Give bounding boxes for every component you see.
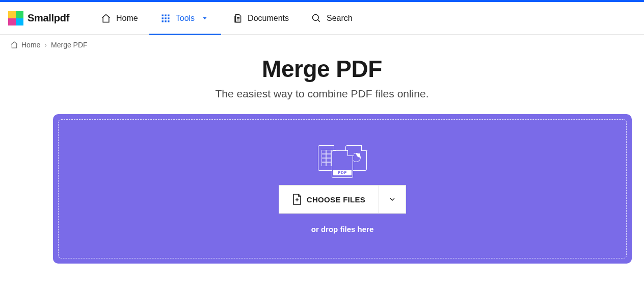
home-icon bbox=[101, 13, 111, 23]
nav-documents[interactable]: Documents bbox=[221, 2, 300, 35]
svg-rect-8 bbox=[168, 20, 169, 22]
chevron-down-icon bbox=[200, 13, 210, 23]
primary-nav: Home Tools Documents Search bbox=[90, 2, 364, 35]
breadcrumb-current: Merge PDF bbox=[51, 41, 88, 49]
svg-rect-2 bbox=[168, 14, 169, 16]
files-illustration-icon: PDF bbox=[318, 145, 367, 176]
svg-rect-5 bbox=[168, 17, 169, 19]
choose-files-label: CHOOSE FILES bbox=[307, 195, 365, 204]
nav-documents-label: Documents bbox=[248, 14, 289, 23]
drop-hint: or drop files here bbox=[311, 225, 374, 233]
logo-mark-icon bbox=[8, 11, 23, 25]
svg-rect-7 bbox=[165, 20, 166, 22]
file-add-icon bbox=[292, 194, 302, 205]
pdf-badge: PDF bbox=[333, 170, 352, 175]
svg-rect-4 bbox=[165, 17, 166, 19]
choose-files-button[interactable]: CHOOSE FILES bbox=[279, 185, 379, 214]
grid-icon bbox=[160, 13, 171, 23]
home-icon bbox=[10, 41, 18, 49]
nav-home-label: Home bbox=[116, 14, 138, 23]
breadcrumb-separator: › bbox=[44, 41, 47, 49]
breadcrumb-home[interactable]: Home bbox=[10, 41, 40, 49]
nav-tools[interactable]: Tools bbox=[149, 2, 221, 35]
nav-search[interactable]: Search bbox=[300, 2, 364, 35]
svg-point-9 bbox=[313, 14, 319, 20]
brand-name: Smallpdf bbox=[28, 12, 69, 24]
svg-rect-6 bbox=[162, 20, 163, 22]
dropzone-inner: PDF CHOOSE FILES or drop files here bbox=[58, 119, 627, 258]
chevron-down-icon bbox=[388, 195, 396, 203]
svg-rect-1 bbox=[165, 14, 166, 16]
page-subtitle: The easiest way to combine PDF files onl… bbox=[0, 88, 644, 100]
main-header: Smallpdf Home Tools Documents bbox=[0, 2, 644, 35]
nav-search-label: Search bbox=[327, 14, 353, 23]
choose-files-group: CHOOSE FILES bbox=[279, 185, 406, 214]
document-icon bbox=[232, 13, 243, 23]
nav-tools-label: Tools bbox=[176, 14, 195, 23]
choose-files-more-button[interactable] bbox=[379, 185, 406, 214]
svg-rect-3 bbox=[162, 17, 163, 19]
breadcrumb-home-label: Home bbox=[21, 41, 40, 49]
nav-home[interactable]: Home bbox=[90, 2, 149, 35]
brand-logo[interactable]: Smallpdf bbox=[8, 11, 69, 25]
svg-rect-0 bbox=[162, 14, 163, 16]
search-icon bbox=[311, 13, 321, 23]
dropzone[interactable]: PDF CHOOSE FILES or drop files here bbox=[53, 114, 632, 264]
page-header: Merge PDF The easiest way to combine PDF… bbox=[0, 55, 644, 100]
dropzone-container: PDF CHOOSE FILES or drop files here bbox=[53, 114, 632, 264]
page-title: Merge PDF bbox=[0, 55, 644, 83]
breadcrumb: Home › Merge PDF bbox=[0, 35, 644, 49]
